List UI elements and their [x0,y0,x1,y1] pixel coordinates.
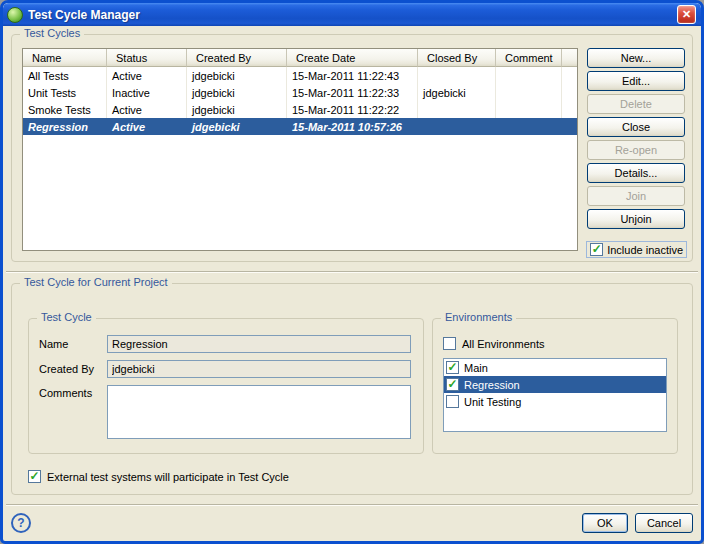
env-item-label: Regression [464,379,520,391]
cell-comment [496,84,562,101]
external-systems-label: External test systems will participate i… [47,471,289,483]
table-row-all-tests[interactable]: All Tests Active jdgebicki 15-Mar-2011 1… [23,67,577,84]
cell-closed-by [418,67,496,84]
external-systems-checkbox[interactable]: ✓ External test systems will participate… [28,468,289,485]
column-header-create-date[interactable]: Create Date [287,49,418,67]
check-icon: ✓ [29,470,39,482]
env-item-unit-testing[interactable]: ✓ Unit Testing [444,393,666,410]
cell-closed-by [418,118,496,135]
cell-status: Active [107,101,187,118]
test-cycles-group: Test Cycles Name Status Created By Creat… [11,34,693,262]
new-button[interactable]: New... [587,48,685,68]
cell-filler [562,118,577,135]
column-header-status[interactable]: Status [107,49,187,67]
checkbox: ✓ [446,378,459,391]
cell-filler [562,84,577,101]
cancel-button[interactable]: Cancel [635,513,693,533]
cell-created-by: jdgebicki [187,118,287,135]
cell-create-date: 15-Mar-2011 10:57:26 [287,118,418,135]
cell-status: Active [107,67,187,84]
all-environments-checkbox[interactable]: ✓ All Environments [443,335,667,352]
cell-comment [496,101,562,118]
ok-button[interactable]: OK [582,513,628,533]
unjoin-button[interactable]: Unjoin [587,209,685,229]
all-environments-label: All Environments [462,338,545,350]
window-title: Test Cycle Manager [28,8,140,22]
checkbox: ✓ [446,395,459,408]
environments-body: ✓ All Environments ✓ Main [443,335,667,432]
cell-created-by: jdgebicki [187,84,287,101]
comments-field[interactable] [107,385,411,439]
help-button[interactable]: ? [11,513,31,533]
current-project-group: Test Cycle for Current Project Test Cycl… [11,283,693,495]
checkbox: ✓ [590,243,603,256]
column-header-filler [562,49,577,67]
edit-button[interactable]: Edit... [587,71,685,91]
checkbox: ✓ [443,337,456,350]
close-button[interactable]: ✕ [677,5,696,24]
test-cycles-group-label: Test Cycles [20,27,84,39]
check-icon: ✓ [447,378,457,390]
include-inactive-checkbox[interactable]: ✓ Include inactive [586,241,687,258]
title-bar[interactable]: Test Cycle Manager ✕ [3,3,701,26]
cell-name: Unit Tests [23,84,107,101]
table-row-regression[interactable]: Regression Active jdgebicki 15-Mar-2011 … [23,118,577,135]
divider [6,504,698,506]
env-item-label: Main [464,362,488,374]
table-row-smoke-tests[interactable]: Smoke Tests Active jdgebicki 15-Mar-2011… [23,101,577,118]
cell-create-date: 15-Mar-2011 11:22:22 [287,101,418,118]
checkbox: ✓ [446,361,459,374]
cell-closed-by [418,101,496,118]
details-button[interactable]: Details... [587,163,685,183]
env-item-regression[interactable]: ✓ Regression [444,376,666,393]
cell-name: Smoke Tests [23,101,107,118]
name-label: Name [39,338,103,350]
cell-comment [496,67,562,84]
test-cycle-subgroup: Test Cycle Name Created By Comments [28,318,424,454]
environments-list: ✓ Main ✓ Regression ✓ [443,358,667,432]
check-icon: ✓ [447,361,457,373]
cell-filler [562,101,577,118]
app-icon [7,7,23,23]
env-item-label: Unit Testing [464,396,521,408]
action-button-column: New... Edit... Delete Close Re-open Deta… [587,48,685,229]
name-field[interactable] [107,335,411,353]
footer: ? OK Cancel [11,512,693,534]
test-cycle-subgroup-label: Test Cycle [37,311,96,323]
cell-name: All Tests [23,67,107,84]
cell-created-by: jdgebicki [187,67,287,84]
environments-subgroup: Environments ✓ All Environments ✓ [432,318,678,454]
environments-subgroup-label: Environments [441,311,516,323]
include-inactive-label: Include inactive [607,244,683,256]
cell-filler [562,67,577,84]
reopen-button: Re-open [587,140,685,160]
column-header-created-by[interactable]: Created By [187,49,287,67]
column-header-comment[interactable]: Comment [496,49,562,67]
created-by-field[interactable] [107,360,411,378]
test-cycles-table: Name Status Created By Create Date Close… [22,48,578,251]
cell-create-date: 15-Mar-2011 11:22:33 [287,84,418,101]
column-header-name[interactable]: Name [23,49,107,67]
checkbox: ✓ [28,470,41,483]
test-cycle-form: Name Created By Comments [39,335,411,439]
join-button: Join [587,186,685,206]
column-header-closed-by[interactable]: Closed By [418,49,496,67]
cell-status: Active [107,118,187,135]
divider [6,271,698,273]
table-header: Name Status Created By Create Date Close… [23,49,577,67]
cell-comment [496,118,562,135]
comments-label: Comments [39,385,103,399]
cell-closed-by: jdgebicki [418,84,496,101]
created-by-label: Created By [39,363,103,375]
test-cycle-manager-dialog: Test Cycle Manager ✕ Test Cycles Name St… [0,0,704,544]
table-row-unit-tests[interactable]: Unit Tests Inactive jdgebicki 15-Mar-201… [23,84,577,101]
close-cycle-button[interactable]: Close [587,117,685,137]
check-icon: ✓ [592,243,602,255]
current-project-group-label: Test Cycle for Current Project [20,276,172,288]
dialog-body: Test Cycles Name Status Created By Creat… [3,26,701,541]
close-icon: ✕ [682,8,691,21]
cell-name: Regression [23,118,107,135]
env-item-main[interactable]: ✓ Main [444,359,666,376]
cell-create-date: 15-Mar-2011 11:22:43 [287,67,418,84]
cell-status: Inactive [107,84,187,101]
